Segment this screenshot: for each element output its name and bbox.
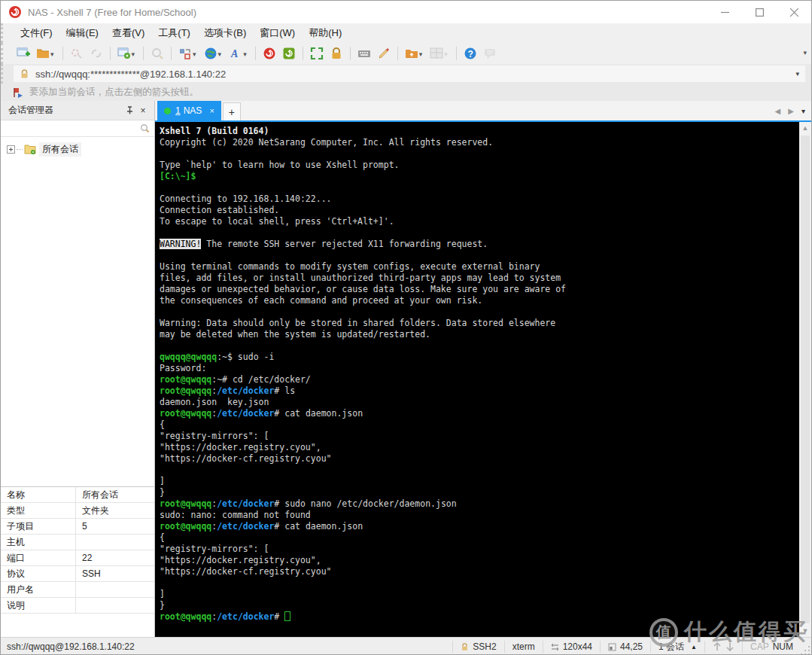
minimize-button[interactable] — [707, 1, 742, 23]
add-session-flag-icon — [13, 87, 23, 98]
tab-index: 1 — [175, 105, 181, 116]
address-lock-icon — [20, 69, 29, 79]
terminal-line: "https://docker-cf.registry.cyou" — [160, 566, 799, 577]
session-properties-icon[interactable]: ▾ — [115, 44, 139, 62]
property-row: 用户名 — [1, 582, 154, 598]
terminal-line: "registry-mirrors": [ — [160, 544, 799, 555]
address-dropdown-icon[interactable]: ▾ — [795, 70, 799, 78]
new-tab-button[interactable]: + — [223, 102, 241, 120]
properties-dropdown[interactable]: ▾ — [132, 50, 135, 58]
web-dropdown[interactable]: ▾ — [218, 50, 222, 58]
scroll-down-icon[interactable]: ▼ — [799, 625, 811, 637]
resize-icon — [551, 643, 559, 651]
terminal-line: { — [160, 532, 799, 544]
font-dropdown[interactable]: ▾ — [243, 50, 247, 58]
find-icon[interactable] — [148, 44, 166, 62]
next-session-icon[interactable] — [725, 642, 734, 651]
tab-close-icon[interactable]: × — [209, 106, 214, 115]
property-row: 协议SSH — [1, 566, 154, 582]
close-panel-icon[interactable]: × — [136, 104, 150, 117]
session-manager-panel: 会话管理器 × 所有会话 名称所有会话类型文件夹子项目5主机端口22协议SSH用… — [1, 101, 155, 637]
menu-window[interactable]: 窗口(W) — [253, 23, 302, 43]
fullscreen-icon[interactable] — [308, 44, 326, 62]
menu-file[interactable]: 文件(F) — [14, 23, 59, 43]
xftp-icon[interactable] — [280, 44, 298, 62]
open-folder-icon[interactable]: ▾ — [34, 44, 58, 62]
tab-list-dropdown-icon[interactable]: ▾ — [801, 107, 805, 115]
web-browser-icon[interactable]: ▾ — [202, 44, 226, 62]
help-icon[interactable]: ? — [461, 44, 479, 62]
xshell-app-icon — [8, 5, 22, 19]
terminal-line: root@qwqqq:/etc/docker# cat daemon.json — [160, 521, 799, 532]
tile-windows-icon[interactable]: ▾ — [427, 44, 452, 62]
terminal-line: Copyright (c) 2020 NetSarang Computer, I… — [160, 137, 799, 148]
pin-panel-icon[interactable] — [123, 104, 136, 117]
disconnect-icon[interactable] — [68, 44, 86, 62]
feedback-icon[interactable] — [481, 44, 499, 62]
prev-session-icon[interactable] — [713, 642, 722, 651]
property-row: 端口22 — [1, 550, 154, 566]
menu-tools[interactable]: 工具(T) — [151, 23, 197, 43]
maximize-button[interactable] — [742, 1, 777, 23]
terminal-scrollbar[interactable]: ▲ ▼ — [799, 122, 811, 637]
search-icon[interactable] — [140, 123, 150, 133]
status-cursor-pos: 44,25 — [600, 641, 650, 653]
terminal-line: damages or unexpected behavior, or cause… — [160, 284, 799, 295]
sessions-dropdown-icon[interactable]: ▲ — [691, 644, 697, 650]
terminal-output[interactable]: Xshell 7 (Build 0164)Copyright (c) 2020 … — [155, 122, 799, 637]
tab-scroll-left-icon[interactable]: ◀ — [775, 107, 781, 115]
window-title: NAS - Xshell 7 (Free for Home/School) — [28, 7, 196, 18]
new-terminal-icon[interactable]: ▾ — [176, 44, 200, 62]
terminal-line — [160, 250, 799, 261]
status-url: ssh://qwqqq@192.168.1.140:22 — [1, 641, 452, 652]
tree-item-all-sessions[interactable]: 所有会话 — [7, 142, 154, 157]
close-button[interactable] — [777, 1, 811, 23]
tree-expander-icon[interactable] — [7, 145, 15, 154]
terminal-line: qwqqq@qwqqq:~$ sudo -i — [160, 352, 799, 363]
transfer-dropdown[interactable]: ▾ — [419, 50, 423, 58]
xshell-icon[interactable] — [260, 44, 278, 62]
status-bar: ssh://qwqqq@192.168.1.140:22 SSH2 xterm … — [1, 637, 811, 655]
font-icon[interactable]: A▾ — [227, 44, 251, 62]
menu-tabs[interactable]: 选项卡(B) — [197, 23, 253, 43]
terminal-line: root@qwqqq:/etc/docker# — [160, 611, 799, 623]
toolbar: ▾ ▾ ▾ ▾ A▾ ▾ ▾ ? ▾ — [1, 43, 811, 64]
terminal-line — [160, 465, 799, 476]
terminal-line: may be deleted when the system is update… — [160, 329, 799, 340]
status-sessions[interactable]: 1 会话 ▲ — [650, 641, 704, 653]
cursor-pos-icon — [608, 643, 616, 651]
session-tree: 所有会话 — [1, 137, 154, 486]
session-search-input[interactable] — [5, 123, 140, 135]
scrollbar-thumb[interactable] — [801, 136, 810, 623]
toolbar-overflow-icon[interactable]: ▾ — [803, 49, 807, 56]
scroll-up-icon[interactable]: ▲ — [799, 122, 811, 134]
open-dropdown[interactable]: ▾ — [50, 50, 54, 58]
address-url: ssh://qwqqq:*************@192.168.1.140:… — [35, 69, 795, 80]
caps-lock-indicator: CAP — [750, 641, 769, 652]
terminal-line — [160, 306, 799, 318]
address-field[interactable]: ssh://qwqqq:*************@192.168.1.140:… — [14, 66, 805, 82]
menu-view[interactable]: 查看(V) — [105, 23, 151, 43]
terminal-line: Connecting to 192.168.1.140:22... — [160, 193, 799, 205]
new-file-transfer-icon[interactable]: ▾ — [403, 44, 427, 62]
tile-dropdown[interactable]: ▾ — [444, 50, 448, 58]
xshell-window: NAS - Xshell 7 (Free for Home/School) 文件… — [0, 0, 812, 655]
tab-nas[interactable]: 1 NAS × — [157, 101, 221, 120]
highlight-icon[interactable] — [375, 44, 393, 62]
menu-edit[interactable]: 编辑(E) — [59, 23, 105, 43]
terminal-line: To escape to local shell, press 'Ctrl+Al… — [160, 216, 799, 227]
new-terminal-dropdown[interactable]: ▾ — [193, 50, 196, 58]
reconnect-icon[interactable] — [87, 44, 105, 62]
lock-screen-icon[interactable] — [327, 44, 345, 62]
tab-scroll-right-icon[interactable]: ▶ — [788, 107, 794, 115]
terminal-line: ] — [160, 476, 799, 487]
menu-help[interactable]: 帮助(H) — [302, 23, 348, 43]
resize-grip[interactable] — [801, 638, 811, 655]
status-size: 120x44 — [543, 641, 600, 653]
new-session-icon[interactable] — [14, 44, 32, 62]
session-nav-arrows[interactable] — [704, 641, 742, 653]
virtual-keyboard-icon[interactable] — [355, 44, 373, 62]
terminal-pane: 1 NAS × + ◀ ▶ ▾ Xshell 7 (Build 0164)Cop… — [155, 101, 811, 637]
terminal-line: Xshell 7 (Build 0164) — [160, 126, 799, 137]
tab-label: NAS — [184, 105, 202, 116]
